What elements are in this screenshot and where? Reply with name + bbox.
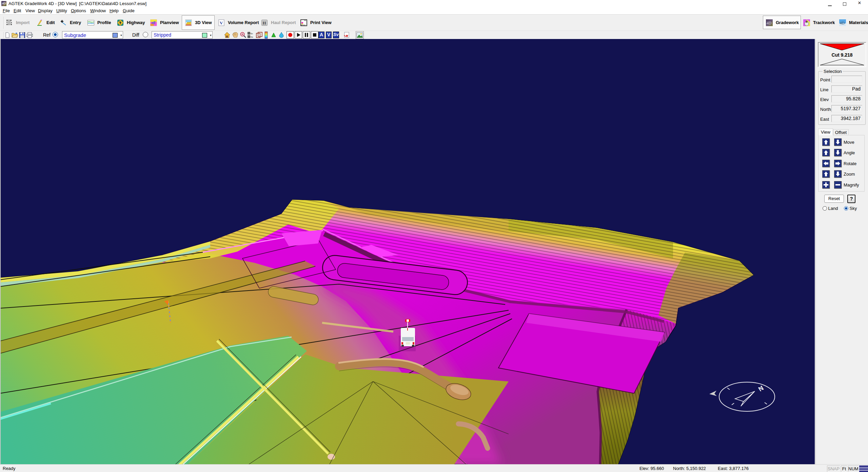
svg-text:cF: cF <box>152 21 156 25</box>
svg-text:4D: 4D <box>767 21 772 25</box>
svg-text:De: De <box>251 36 253 38</box>
svg-text:H: H <box>263 20 266 25</box>
svg-text:4D: 4D <box>840 21 845 25</box>
svg-text:Ex: Ex <box>251 33 253 35</box>
svg-text:V: V <box>220 20 223 25</box>
